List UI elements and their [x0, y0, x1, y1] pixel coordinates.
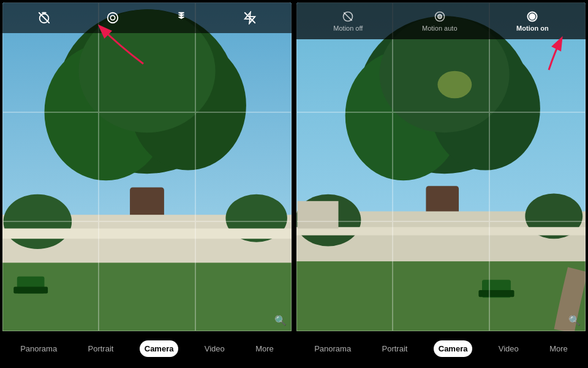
timer-off-icon[interactable] — [33, 7, 55, 29]
top-bar-left — [2, 2, 292, 33]
grid-cell — [296, 221, 393, 331]
camera-view-left: 🔍 — [2, 2, 292, 331]
grid-cell — [393, 221, 489, 331]
bottom-nav-right: Panorama Portrait Camera Video More — [296, 331, 586, 366]
motion-auto-option[interactable]: Motion auto — [422, 10, 457, 32]
svg-point-19 — [108, 13, 118, 23]
svg-line-46 — [344, 12, 352, 20]
motion-off-option[interactable]: Motion off — [333, 10, 363, 32]
grid-cell — [296, 112, 393, 222]
grid-overlay-left — [2, 2, 292, 331]
nav-portrait-right[interactable]: Portrait — [377, 340, 413, 357]
zoom-icon-left[interactable]: 🔍 — [274, 315, 287, 326]
svg-point-48 — [437, 14, 442, 18]
nav-camera-right[interactable]: Camera — [434, 340, 473, 357]
grid-cell — [195, 112, 292, 222]
app-container: 🔍 Panorama Portrait Camera Video More — [0, 0, 588, 368]
grid-cell — [393, 112, 489, 222]
grid-cell — [489, 112, 586, 222]
zoom-icon-right[interactable]: 🔍 — [568, 315, 581, 326]
grid-cell — [99, 112, 195, 222]
grid-overlay-right — [296, 2, 586, 331]
nav-more-right[interactable]: More — [545, 340, 573, 357]
phone-screen-left: 🔍 Panorama Portrait Camera Video More — [2, 2, 292, 366]
motion-on-option[interactable]: Motion on — [516, 10, 549, 32]
motion-auto-label: Motion auto — [422, 25, 457, 32]
svg-point-20 — [110, 15, 115, 20]
nav-portrait-left[interactable]: Portrait — [83, 340, 119, 357]
bottom-nav-left: Panorama Portrait Camera Video More — [2, 331, 292, 366]
motion-icon[interactable] — [102, 7, 124, 29]
grid-cell — [99, 221, 195, 331]
temperature-icon[interactable] — [170, 7, 192, 29]
nav-video-left[interactable]: Video — [200, 340, 230, 357]
nav-panorama-right[interactable]: Panorama — [309, 340, 356, 357]
nav-panorama-left[interactable]: Panorama — [15, 340, 62, 357]
nav-more-left[interactable]: More — [251, 340, 279, 357]
motion-bar-right: Motion off Motion auto Motion on — [296, 2, 586, 39]
motion-on-label: Motion on — [516, 25, 549, 32]
flash-off-icon[interactable] — [239, 7, 261, 29]
camera-view-right: Motion off Motion auto Motion on — [296, 2, 586, 331]
svg-point-50 — [530, 13, 535, 18]
grid-cell — [2, 221, 99, 331]
phone-screen-right: Motion off Motion auto Motion on — [296, 2, 586, 366]
nav-camera-left[interactable]: Camera — [140, 340, 179, 357]
nav-video-right[interactable]: Video — [494, 340, 524, 357]
motion-off-label: Motion off — [333, 25, 363, 32]
grid-cell — [2, 112, 99, 222]
